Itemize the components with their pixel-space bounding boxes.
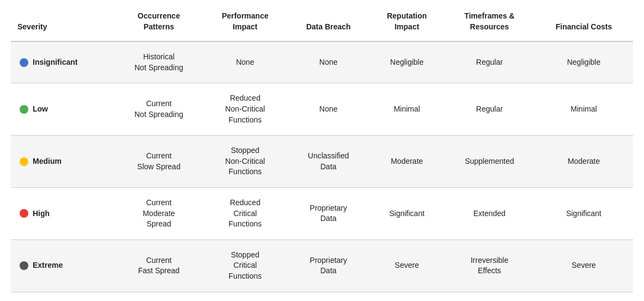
column-header-reputation: ReputationImpact [369,5,445,41]
cell-timeframes-0: Regular [445,41,534,83]
cell-reputation-0: Negligible [369,41,445,83]
severity-dot-red [20,209,28,218]
cell-reputation-3: Significant [369,187,445,239]
cell-occurrence-1: CurrentNot Spreading [115,83,203,136]
cell-reputation-4: Severe [369,239,445,292]
severity-label: Insignificant [33,57,77,68]
cell-performance-3: ReducedCriticalFunctions [203,187,288,239]
cell-databreach-2: UnclassifiedData [288,136,369,188]
column-header-financial: Financial Costs [534,5,633,41]
cell-databreach-1: None [288,83,369,136]
cell-occurrence-2: CurrentSlow Spread [115,136,203,188]
cell-timeframes-4: IrreversibleEffects [445,239,534,292]
cell-performance-4: StoppedCriticalFunctions [203,239,288,292]
cell-reputation-2: Moderate [369,136,445,188]
column-header-occurrence: OccurrencePatterns [115,5,203,41]
cell-databreach-0: None [288,41,369,83]
severity-dot-dark [20,261,28,270]
cell-financial-4: Severe [534,239,633,292]
risk-matrix-table: SeverityOccurrencePatternsPerformanceImp… [11,5,633,292]
cell-timeframes-1: Regular [445,83,534,136]
column-header-databreach: Data Breach [288,5,369,41]
cell-databreach-3: ProprietaryData [288,187,369,239]
severity-dot-green [20,105,28,114]
cell-timeframes-2: Supplemented [445,136,534,188]
cell-severity-0: Insignificant [11,41,115,83]
severity-label: Low [33,104,48,115]
cell-occurrence-4: CurrentFast Spread [115,239,203,292]
column-header-performance: PerformanceImpact [203,5,288,41]
cell-occurrence-0: HistoricalNot Spreading [115,41,203,83]
cell-severity-4: Extreme [11,239,115,292]
cell-occurrence-3: CurrentModerateSpread [115,187,203,239]
column-header-severity: Severity [11,5,115,41]
cell-timeframes-3: Extended [445,187,534,239]
table-row: ExtremeCurrentFast SpreadStoppedCritical… [11,239,633,292]
table-row: LowCurrentNot SpreadingReducedNon-Critic… [11,83,633,136]
table-row: MediumCurrentSlow SpreadStoppedNon-Criti… [11,136,633,188]
cell-databreach-4: ProprietaryData [288,239,369,292]
severity-dot-blue [20,58,28,67]
table-row: InsignificantHistoricalNot SpreadingNone… [11,41,633,83]
cell-financial-1: Minimal [534,83,633,136]
cell-performance-1: ReducedNon-CriticalFunctions [203,83,288,136]
cell-performance-0: None [203,41,288,83]
column-header-timeframes: Timeframes &Resources [445,5,534,41]
cell-severity-2: Medium [11,136,115,188]
cell-severity-1: Low [11,83,115,136]
cell-financial-3: Significant [534,187,633,239]
severity-dot-yellow [20,157,28,166]
severity-label: Extreme [33,260,63,271]
cell-financial-2: Moderate [534,136,633,188]
cell-financial-0: Negligible [534,41,633,83]
cell-severity-3: High [11,187,115,239]
cell-reputation-1: Minimal [369,83,445,136]
severity-label: High [33,208,50,219]
table-row: HighCurrentModerateSpreadReducedCritical… [11,187,633,239]
severity-label: Medium [33,156,62,167]
cell-performance-2: StoppedNon-CriticalFunctions [203,136,288,188]
